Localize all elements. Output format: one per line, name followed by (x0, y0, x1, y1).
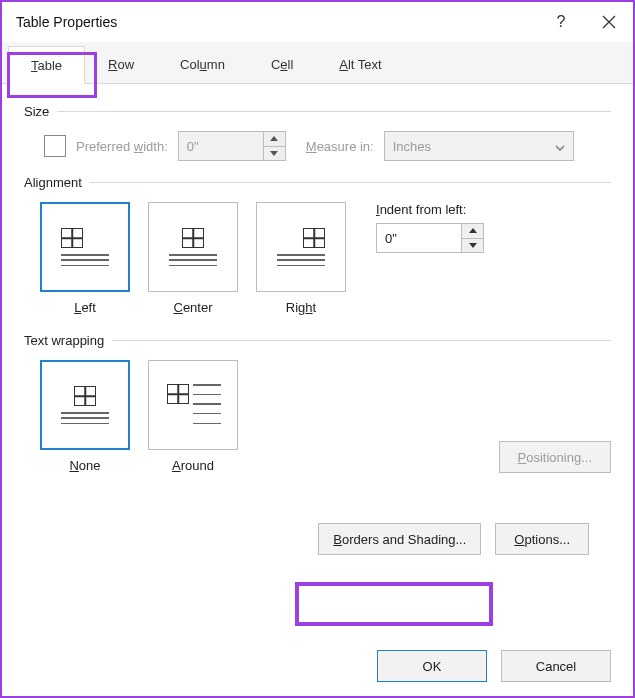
align-left-card[interactable] (40, 202, 130, 292)
spinner-up-button[interactable] (264, 132, 285, 146)
textwrap-row: None Around Positioning... (24, 360, 611, 473)
dialog-title: Table Properties (16, 14, 537, 30)
chevron-down-icon (555, 139, 565, 154)
close-icon (602, 15, 616, 29)
size-row: Preferred width: Measure in: Inches (24, 131, 611, 161)
align-right-label: Right (286, 300, 316, 315)
group-alignment-label: Alignment (24, 175, 90, 190)
spinner-down-button[interactable] (462, 238, 483, 253)
group-textwrap-label: Text wrapping (24, 333, 112, 348)
svg-marker-2 (270, 136, 278, 141)
tab-column[interactable]: Column (157, 45, 248, 83)
measure-in-label: Measure in: (306, 139, 374, 154)
group-size-label: Size (24, 104, 57, 119)
svg-marker-4 (469, 228, 477, 233)
divider (90, 182, 611, 183)
svg-marker-5 (469, 243, 477, 248)
preferred-width-checkbox[interactable] (44, 135, 66, 157)
svg-marker-3 (270, 151, 278, 156)
wrap-around-label: Around (172, 458, 214, 473)
divider (57, 111, 611, 112)
tab-alttext[interactable]: Alt Text (316, 45, 404, 83)
positioning-button[interactable]: Positioning... (499, 441, 611, 473)
group-size-header: Size (24, 104, 611, 119)
align-left-icon (55, 224, 115, 270)
chevron-down-icon (469, 243, 477, 248)
align-center-icon (163, 224, 223, 270)
options-button[interactable]: Options... (495, 523, 589, 555)
indent-block: Indent from left: (376, 202, 484, 253)
group-alignment-header: Alignment (24, 175, 611, 190)
help-button[interactable]: ? (537, 2, 585, 42)
measure-in-block: Measure in: Inches (306, 131, 574, 161)
chevron-up-icon (469, 228, 477, 233)
tab-table[interactable]: Table (8, 46, 85, 84)
footer-buttons: OK Cancel (355, 636, 633, 682)
preferred-width-input[interactable] (179, 132, 263, 160)
wrap-none-icon (55, 382, 115, 428)
indent-label: Indent from left: (376, 202, 484, 217)
align-center-label: Center (173, 300, 212, 315)
tab-row[interactable]: Row (85, 45, 157, 83)
wrap-around-icon (163, 382, 223, 428)
measure-in-value: Inches (393, 139, 431, 154)
indent-input[interactable] (377, 224, 461, 252)
chevron-down-icon (270, 151, 278, 156)
wrap-none-label: None (69, 458, 100, 473)
content-area: Size Preferred width: Measure in: Inches (2, 84, 633, 563)
borders-shading-button[interactable]: Borders and Shading... (318, 523, 481, 555)
divider (112, 340, 611, 341)
alignment-row: Left Center Right Indent from left: (24, 202, 611, 315)
spinner-down-button[interactable] (264, 146, 285, 161)
spinner-up-button[interactable] (462, 224, 483, 238)
align-right-card[interactable] (256, 202, 346, 292)
cancel-button[interactable]: Cancel (501, 650, 611, 682)
highlight-borders-button (295, 582, 493, 626)
align-right-icon (271, 224, 331, 270)
indent-spinner[interactable] (376, 223, 484, 253)
wrap-around-card[interactable] (148, 360, 238, 450)
preferred-width-label: Preferred width: (76, 139, 168, 154)
preferred-width-spinner[interactable] (178, 131, 286, 161)
close-button[interactable] (585, 2, 633, 42)
titlebar: Table Properties ? (2, 2, 633, 42)
bottom-buttons: Borders and Shading... Options... (24, 513, 611, 555)
tab-bar: Table Row Column Cell Alt Text (2, 42, 633, 84)
align-left-label: Left (74, 300, 96, 315)
measure-in-select[interactable]: Inches (384, 131, 574, 161)
group-textwrap-header: Text wrapping (24, 333, 611, 348)
tab-cell[interactable]: Cell (248, 45, 316, 83)
align-center-card[interactable] (148, 202, 238, 292)
table-properties-dialog: Table Properties ? Table Row Column Cell… (0, 0, 635, 698)
wrap-none-card[interactable] (40, 360, 130, 450)
ok-button[interactable]: OK (377, 650, 487, 682)
chevron-up-icon (270, 136, 278, 141)
